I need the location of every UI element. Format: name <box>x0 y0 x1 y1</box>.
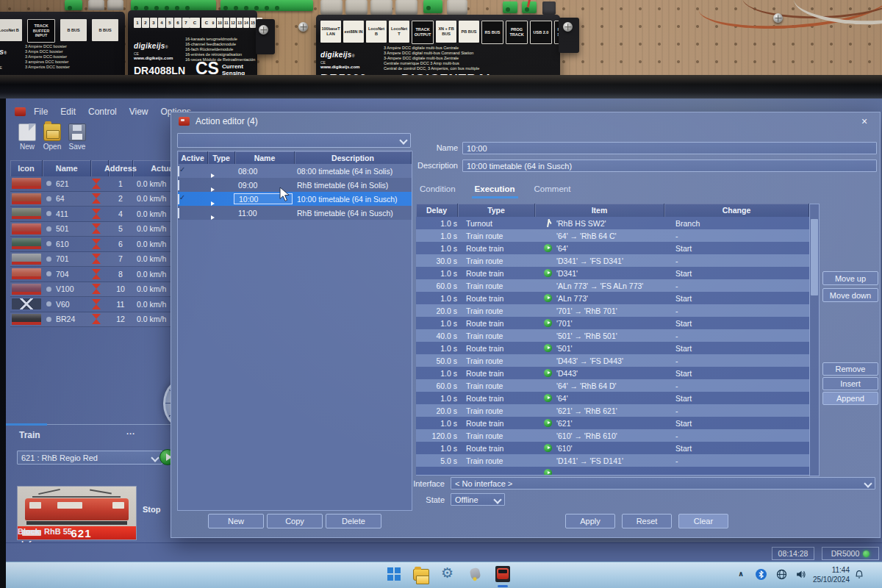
footer-button[interactable]: Apply <box>565 514 615 528</box>
loco-table-row[interactable]: 704 8 0.0 km/h <box>10 267 194 282</box>
action-filter-dropdown[interactable] <box>177 133 411 148</box>
execution-row[interactable]: 30.0 s Train route 'D341' → 'FS D341' - <box>416 254 809 267</box>
taskbar-clock[interactable]: 11:44 25/10/2024 <box>813 565 850 584</box>
dialog-tab[interactable]: Execution <box>475 184 515 196</box>
dialog-title-bar[interactable]: Action editor (4) <box>171 112 880 130</box>
execution-row[interactable]: 1.0 s Route train '610' Start <box>416 442 809 454</box>
screw <box>298 22 308 32</box>
execution-row[interactable]: 40.0 s Train route '501' → 'RhB 501' - <box>416 329 809 342</box>
open-button[interactable]: Open <box>41 123 63 151</box>
usb-connector <box>542 1 556 15</box>
move-button[interactable]: Move down <box>822 288 878 302</box>
exec-type: Train route <box>462 331 542 340</box>
lan-connector <box>320 0 343 15</box>
exec-change: - <box>671 282 809 290</box>
exec-delay: 1.0 s <box>416 294 462 303</box>
active-checkbox[interactable] <box>178 194 179 204</box>
description-input[interactable]: 10:00 timetable (64 in Susch) <box>462 159 877 172</box>
mouse-cursor <box>279 187 291 206</box>
execution-row[interactable]: 1.0 s Route train 'ALn 773' Start <box>416 292 809 304</box>
execution-row[interactable]: 20.0 s Train route '621' → 'RhB 621' - <box>416 404 809 417</box>
execution-row[interactable]: 1.0 s Route train 'D341' Start <box>416 267 809 279</box>
loco-table-row[interactable]: V100 10 0.0 km/h <box>10 282 194 298</box>
loco-table-row[interactable]: BR24 12 0.0 km/h <box>10 312 194 328</box>
new-button[interactable]: New <box>16 123 38 151</box>
dialog-tab[interactable]: Comment <box>534 184 571 196</box>
start-button[interactable] <box>387 567 401 581</box>
execution-row[interactable]: 120.0 s Train route '610' → 'RhB 610' - <box>416 429 809 442</box>
port-label: PB BUS <box>459 21 479 43</box>
execution-row[interactable]: 60.0 s Train route '64' → 'RhB 64 D' - <box>416 379 809 392</box>
execution-row[interactable]: 5.0 s Train route 'D141' → 'FS D141' - <box>416 454 809 467</box>
loco-table-row[interactable]: 610 6 0.0 km/h <box>10 237 194 252</box>
name-input[interactable]: 10:00 <box>462 142 877 154</box>
edit-button[interactable]: Remove <box>822 362 878 376</box>
loco-table-row[interactable]: 501 5 0.0 km/h <box>10 222 194 237</box>
footer-button[interactable]: Reset <box>622 514 672 528</box>
execution-row[interactable]: 1.0 s Train route '64' → 'RhB 64 C' - <box>416 229 809 242</box>
volume-icon[interactable] <box>795 569 806 583</box>
loco-speed: 0.0 km/h <box>132 209 166 218</box>
photo-of-monitor: { "colors": { "selection": "#2e7ce0", "a… <box>0 0 882 588</box>
list-button[interactable]: Copy <box>267 514 323 528</box>
close-icon[interactable]: × <box>858 115 871 128</box>
interface-dropdown[interactable]: < No interface > <box>451 477 875 490</box>
exec-item: '501' <box>556 344 573 353</box>
item-icon <box>542 231 554 240</box>
footer-button[interactable]: Clear <box>678 514 728 528</box>
active-checkbox[interactable] <box>178 180 179 190</box>
scrollbar-thumb[interactable] <box>811 219 818 295</box>
edit-button[interactable]: Append <box>822 392 878 405</box>
brand-name: digikeijs <box>320 51 352 59</box>
exec-delay: 1.0 s <box>416 244 462 253</box>
move-button[interactable]: Move up <box>822 271 878 285</box>
action-row[interactable]: 09:00 RhB timetable (64 in Solis) <box>178 178 412 192</box>
settings-button[interactable]: ⚙ <box>441 566 453 581</box>
execution-row[interactable]: 1.0 s Route train '621' Start <box>416 417 809 429</box>
file-explorer-button[interactable] <box>413 569 429 581</box>
action-row[interactable]: 08:00 08:00 timetable (64 in Solis) <box>178 164 412 178</box>
desc-line: 3 Ampere DCC digital multi-bus Command S… <box>384 51 479 56</box>
menu-item[interactable]: Control <box>88 107 117 117</box>
train-app-button[interactable] <box>495 566 510 582</box>
execution-row[interactable]: 1.0 s Route train 'D443' Start <box>416 367 809 379</box>
notification-bell-icon[interactable] <box>854 570 864 583</box>
device-status-box: DR5000 <box>822 547 879 560</box>
edit-button[interactable]: Insert <box>822 377 878 390</box>
active-checkbox[interactable] <box>178 208 179 218</box>
state-dropdown[interactable]: Offline <box>451 493 505 506</box>
active-checkbox[interactable] <box>178 166 179 176</box>
list-button[interactable]: New <box>208 514 264 528</box>
network-globe-icon[interactable] <box>776 569 787 583</box>
execution-row[interactable]: 1.0 s Route train '64' Start <box>416 392 809 404</box>
exec-scrollbar[interactable] <box>809 204 820 476</box>
dialog-tab[interactable]: Condition <box>420 184 456 196</box>
loco-table-row[interactable]: 621 1 0.0 km/h <box>10 176 194 192</box>
utility-app-button[interactable] <box>470 568 480 579</box>
execution-row[interactable]: 1.0 s Route train '701' Start <box>416 317 809 329</box>
item-icon <box>542 343 554 353</box>
loco-table-row[interactable]: 411 4 0.0 km/h <box>10 207 194 222</box>
menu-item[interactable]: File <box>34 107 48 117</box>
execution-row[interactable] <box>416 467 809 476</box>
loco-speed: 0.0 km/h <box>132 284 166 293</box>
list-button[interactable]: Delete <box>326 514 381 528</box>
loco-table-row[interactable]: 701 7 0.0 km/h <box>10 252 194 268</box>
execution-row[interactable]: 60.0 s Train route 'ALn 773' → 'FS ALn 7… <box>416 279 809 292</box>
execution-row[interactable]: 1.0 s Turnout 'RhB HS SW2' Branch <box>416 217 809 229</box>
hidden-icons-chevron[interactable]: ∧ <box>738 570 744 578</box>
save-button[interactable]: Save <box>66 123 88 151</box>
action-row[interactable]: 11:00 RhB timetable (64 in Susch) <box>178 206 412 220</box>
execution-row[interactable]: 1.0 s Route train '64' Start <box>416 242 809 254</box>
execution-row[interactable]: 1.0 s Route train '501' Start <box>416 342 809 354</box>
execution-row[interactable]: 50.0 s Train route 'D443' → 'FS D443' - <box>416 354 809 367</box>
execution-row[interactable]: 20.0 s Train route '701' → 'RhB 701' - <box>416 304 809 317</box>
loco-table-row[interactable]: V60 11 0.0 km/h <box>10 297 194 312</box>
panel-menu-dots[interactable]: ... <box>126 427 135 436</box>
menu-item[interactable]: Edit <box>60 107 76 117</box>
menu-item[interactable]: View <box>129 107 148 117</box>
train-selector[interactable]: 621 : RhB Regio Red <box>17 451 162 465</box>
loco-table-row[interactable]: 64 2 0.0 km/h <box>10 192 194 207</box>
bluetooth-icon[interactable] <box>756 569 767 583</box>
action-row[interactable]: 10:00 10:00 timetable (64 in Susch) <box>178 192 412 206</box>
